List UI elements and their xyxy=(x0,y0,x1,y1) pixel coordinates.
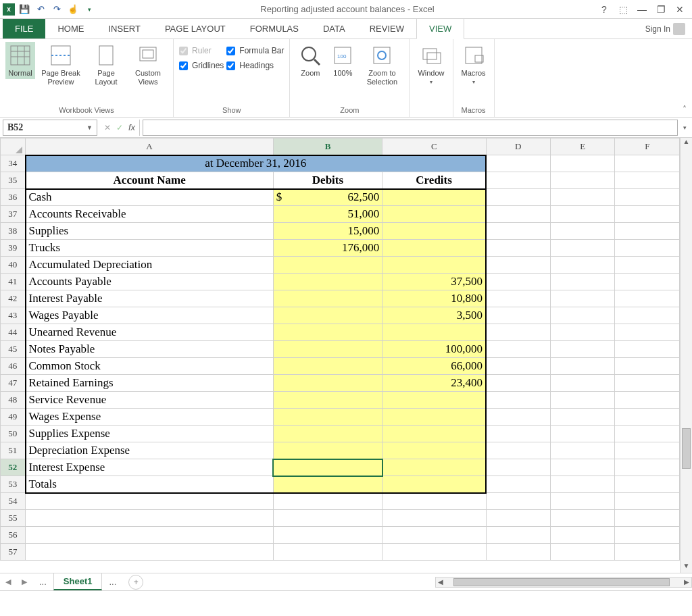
scrollbar-thumb[interactable] xyxy=(682,428,691,469)
row-header-41[interactable]: 41 xyxy=(1,274,26,290)
cell[interactable] xyxy=(273,544,382,561)
cell[interactable] xyxy=(486,206,550,223)
row-header-47[interactable]: 47 xyxy=(1,375,26,392)
debit-cell[interactable] xyxy=(273,392,382,409)
credit-cell[interactable] xyxy=(382,223,486,240)
cell[interactable] xyxy=(615,240,680,257)
formula-bar-checkbox[interactable]: Formula Bar xyxy=(226,46,284,55)
debit-cell[interactable]: 15,000 xyxy=(273,223,382,240)
minimize-icon[interactable]: — xyxy=(634,1,650,18)
credit-cell[interactable]: 3,500 xyxy=(382,307,486,324)
account-name-cell[interactable]: Supplies Expense xyxy=(26,426,274,442)
debit-cell[interactable] xyxy=(273,307,382,324)
debit-cell[interactable] xyxy=(273,442,382,459)
debit-cell[interactable] xyxy=(273,426,382,442)
cell[interactable] xyxy=(486,274,550,290)
cell[interactable] xyxy=(486,358,550,375)
column-header-D[interactable]: D xyxy=(486,138,550,155)
row-header-53[interactable]: 53 xyxy=(1,476,26,493)
account-name-cell[interactable]: Common Stock xyxy=(26,358,274,375)
row-header-34[interactable]: 34 xyxy=(1,155,26,172)
custom-views-button[interactable]: Custom Views xyxy=(128,42,168,88)
cell[interactable] xyxy=(615,375,680,392)
account-name-cell[interactable]: Interest Payable xyxy=(26,290,274,307)
row-header-39[interactable]: 39 xyxy=(1,240,26,257)
cell[interactable] xyxy=(615,392,680,409)
cell[interactable] xyxy=(486,459,550,476)
debit-cell[interactable]: $62,500 xyxy=(273,189,382,206)
debit-cell[interactable] xyxy=(273,409,382,426)
sheet-ellipsis-left[interactable]: ... xyxy=(32,574,53,590)
cell[interactable] xyxy=(26,527,274,544)
cell[interactable] xyxy=(551,172,615,189)
row-header-56[interactable]: 56 xyxy=(1,527,26,544)
cell[interactable] xyxy=(551,392,615,409)
collapse-ribbon-icon[interactable]: ˄ xyxy=(677,102,692,117)
cell[interactable] xyxy=(551,544,615,561)
page-layout-button[interactable]: Page Layout xyxy=(86,42,126,88)
row-header-45[interactable]: 45 xyxy=(1,341,26,358)
tab-home[interactable]: HOME xyxy=(45,19,96,38)
row-header-37[interactable]: 37 xyxy=(1,206,26,223)
credit-cell[interactable]: 100,000 xyxy=(382,341,486,358)
debit-cell[interactable]: 51,000 xyxy=(273,206,382,223)
cell[interactable] xyxy=(486,155,550,172)
credit-cell[interactable] xyxy=(382,426,486,442)
cell[interactable] xyxy=(486,375,550,392)
account-name-cell[interactable]: Cash xyxy=(26,189,274,206)
cell[interactable] xyxy=(486,409,550,426)
credit-cell[interactable] xyxy=(382,206,486,223)
vertical-scrollbar[interactable]: ▲ ▼ xyxy=(680,138,692,573)
account-name-cell[interactable]: Retained Earnings xyxy=(26,375,274,392)
cell[interactable] xyxy=(551,324,615,341)
tab-review[interactable]: REVIEW xyxy=(357,19,416,38)
column-header-E[interactable]: E xyxy=(551,138,615,155)
scroll-down-icon[interactable]: ▼ xyxy=(681,562,692,573)
row-header-38[interactable]: 38 xyxy=(1,223,26,240)
header-debits[interactable]: Debits xyxy=(273,172,382,189)
name-box[interactable]: B52 ▼ xyxy=(3,120,97,136)
cell[interactable] xyxy=(486,341,550,358)
cell[interactable] xyxy=(486,307,550,324)
debit-cell[interactable] xyxy=(273,358,382,375)
account-name-cell[interactable]: Totals xyxy=(26,476,274,493)
cell[interactable] xyxy=(486,527,550,544)
cell[interactable] xyxy=(615,426,680,442)
account-name-cell[interactable]: Supplies xyxy=(26,223,274,240)
cell[interactable] xyxy=(615,290,680,307)
table-title[interactable]: at December 31, 2016 xyxy=(26,155,487,172)
cell[interactable] xyxy=(486,257,550,274)
cell[interactable] xyxy=(551,341,615,358)
debit-cell[interactable] xyxy=(273,459,382,476)
cell[interactable] xyxy=(382,510,486,527)
credit-cell[interactable] xyxy=(382,442,486,459)
tab-view[interactable]: VIEW xyxy=(416,18,464,39)
chevron-down-icon[interactable]: ▼ xyxy=(86,124,93,131)
cell[interactable] xyxy=(486,544,550,561)
zoom-button[interactable]: Zoom xyxy=(295,42,325,79)
cell[interactable] xyxy=(551,257,615,274)
zoom-100-button[interactable]: 100 100% xyxy=(328,42,357,79)
row-header-40[interactable]: 40 xyxy=(1,257,26,274)
sheet-ellipsis-right[interactable]: ... xyxy=(102,574,123,590)
touch-mode-icon[interactable]: ☝ xyxy=(66,3,80,16)
cell[interactable] xyxy=(551,240,615,257)
debit-cell[interactable] xyxy=(273,290,382,307)
account-name-cell[interactable]: Accounts Payable xyxy=(26,274,274,290)
sheet-nav-prev-icon[interactable]: ◀ xyxy=(0,578,16,586)
row-header-42[interactable]: 42 xyxy=(1,290,26,307)
cell[interactable] xyxy=(551,409,615,426)
restore-icon[interactable]: ❐ xyxy=(653,1,669,18)
cell[interactable] xyxy=(615,476,680,493)
cell[interactable] xyxy=(551,274,615,290)
scroll-left-icon[interactable]: ◀ xyxy=(436,578,445,586)
hscroll-thumb[interactable] xyxy=(453,578,670,586)
row-header-52[interactable]: 52 xyxy=(1,459,26,476)
cell[interactable] xyxy=(615,527,680,544)
cell[interactable] xyxy=(615,189,680,206)
cell[interactable] xyxy=(551,375,615,392)
cell[interactable] xyxy=(551,476,615,493)
account-name-cell[interactable]: Accumulated Depreciation xyxy=(26,257,274,274)
credit-cell[interactable]: 10,800 xyxy=(382,290,486,307)
fx-icon[interactable]: fx xyxy=(128,122,135,132)
